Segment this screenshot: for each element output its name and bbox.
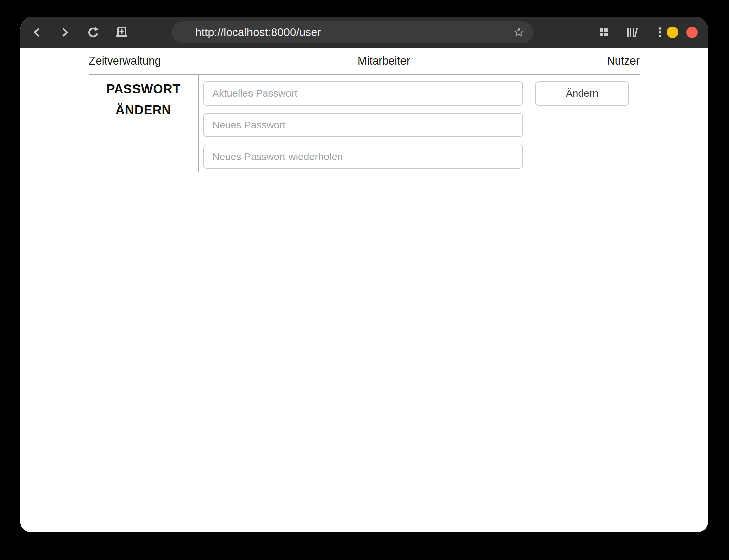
new-password-input[interactable] xyxy=(203,113,523,137)
close-button[interactable] xyxy=(686,27,698,38)
browser-window: http://localhost:8000/user xyxy=(20,17,708,532)
url-bar[interactable]: http://localhost:8000/user xyxy=(172,21,533,43)
reload-icon xyxy=(87,26,99,38)
new-tab-icon xyxy=(115,27,128,38)
kebab-menu-icon xyxy=(658,27,662,38)
menu-button[interactable] xyxy=(658,27,662,38)
library-button[interactable] xyxy=(626,27,638,37)
star-icon xyxy=(513,27,525,38)
grid-icon xyxy=(599,28,608,37)
current-password-input[interactable] xyxy=(203,81,523,106)
back-icon xyxy=(32,28,41,37)
url-text[interactable]: http://localhost:8000/user xyxy=(195,26,533,39)
nav-item-zeitverwaltung[interactable]: Zeitverwaltung xyxy=(89,54,161,67)
back-button[interactable] xyxy=(32,28,41,37)
password-change-section: PASSWORT ÄNDERN Ändern xyxy=(89,75,640,172)
forward-button[interactable] xyxy=(61,28,69,37)
form-action-column: Ändern xyxy=(528,75,640,172)
library-icon xyxy=(626,27,638,37)
minimize-button[interactable] xyxy=(667,27,678,38)
nav-item-nutzer[interactable]: Nutzer xyxy=(607,54,640,67)
repeat-password-input[interactable] xyxy=(203,145,523,169)
form-fields-column xyxy=(198,75,528,172)
change-password-button[interactable]: Ändern xyxy=(535,81,629,106)
forward-icon xyxy=(61,28,69,37)
reload-button[interactable] xyxy=(87,26,99,38)
tab-overview-button[interactable] xyxy=(599,28,608,37)
nav-item-mitarbeiter[interactable]: Mitarbeiter xyxy=(358,54,410,67)
form-heading: PASSWORT ÄNDERN xyxy=(91,79,195,120)
browser-toolbar: http://localhost:8000/user xyxy=(20,17,708,48)
main-nav: Zeitverwaltung Mitarbeiter Nutzer xyxy=(89,48,640,75)
bookmark-button[interactable] xyxy=(513,27,525,38)
new-tab-button[interactable] xyxy=(115,27,128,38)
form-heading-column: PASSWORT ÄNDERN xyxy=(89,75,198,172)
page-content: Zeitverwaltung Mitarbeiter Nutzer PASSWO… xyxy=(20,48,708,532)
